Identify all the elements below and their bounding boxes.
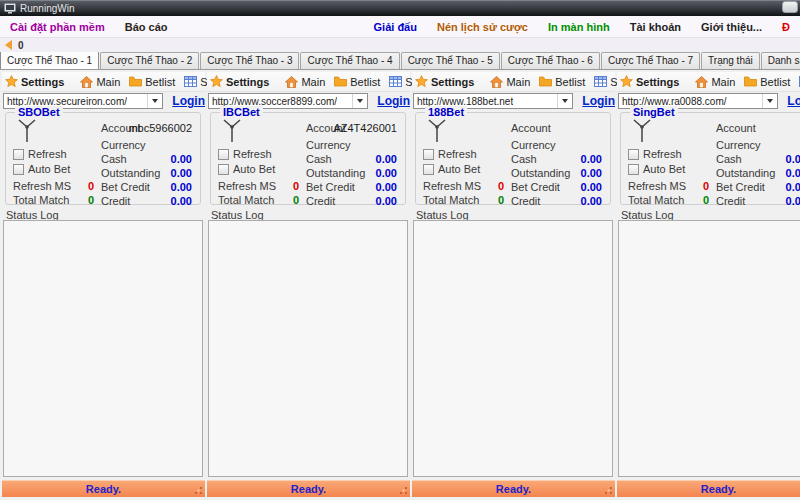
checkbox-icon [218, 164, 229, 175]
total-match-value: 0 [498, 194, 504, 206]
bet-credit-value: 0.00 [786, 181, 800, 193]
bet-credit-label: Bet Credit [511, 181, 560, 193]
url-combo-value: http://www.secureiron.com/ [4, 96, 127, 107]
antenna-icon [221, 118, 243, 144]
refresh-ms-value: 0 [293, 180, 299, 192]
refresh-ms-label: Refresh MS [628, 180, 686, 192]
login-link[interactable]: Login [787, 94, 800, 108]
subtab-main-label: Main [506, 76, 530, 88]
currency-label: Currency [306, 139, 351, 151]
total-match-label: Total Match [423, 194, 479, 206]
account-value: AZ4T426001 [333, 122, 397, 134]
tab-cuoc-the-thao-4[interactable]: Cược Thể Thao - 4 [300, 52, 399, 69]
subtab-main[interactable]: Main [692, 72, 738, 91]
left-arrow-icon[interactable] [5, 40, 12, 50]
subtab-settings[interactable]: Settings [2, 72, 67, 91]
tab-trang-thai[interactable]: Trạng thái [701, 52, 760, 69]
tab-cuoc-the-thao-5[interactable]: Cược Thể Thao - 5 [401, 52, 500, 69]
menu-item-giai-dau[interactable]: Giải đấu [364, 21, 427, 33]
login-link[interactable]: Login [172, 94, 205, 108]
status-log-box[interactable] [413, 220, 613, 477]
window-control-button[interactable] [782, 1, 798, 13]
subtab-statement[interactable]: Statement [796, 72, 800, 91]
tab-cuoc-the-thao-6[interactable]: Cược Thể Thao - 6 [501, 52, 600, 69]
refresh-checkbox[interactable]: Refresh [218, 148, 272, 160]
outstanding-label: Outstanding [101, 167, 160, 179]
resize-grip-icon[interactable] [194, 486, 203, 495]
menu-item-clipped[interactable]: Đ [772, 21, 800, 33]
chevron-down-icon [767, 99, 773, 103]
panel-subtabs: Settings Main Betlist Statement [2, 72, 205, 92]
panel-subtabs: Settings Main Betlist Statement [412, 72, 615, 92]
status-ready-text: Ready. [86, 483, 121, 495]
auto-bet-checkbox[interactable]: Auto Bet [628, 163, 685, 175]
resize-grip-icon[interactable] [604, 486, 613, 495]
subtab-betlist[interactable]: Betlist [536, 72, 588, 91]
menu-item-bao-cao[interactable]: Báo cáo [115, 21, 178, 33]
currency-label: Currency [101, 139, 146, 151]
title-bar: RunningWin [0, 0, 800, 16]
credit-label: Credit [511, 195, 540, 207]
menu-item-gioi-thieu[interactable]: Giới thiệu... [691, 21, 772, 33]
refresh-ms-value: 0 [703, 180, 709, 192]
subtab-main[interactable]: Main [282, 72, 328, 91]
url-combo-value: http://www.ra0088.com/ [619, 96, 727, 107]
status-log-box[interactable] [618, 220, 800, 477]
status-log-box[interactable] [3, 220, 203, 477]
refresh-checkbox[interactable]: Refresh [423, 148, 477, 160]
cash-value: 0.00 [581, 153, 602, 165]
combo-dropdown-button[interactable] [557, 94, 572, 108]
subtab-settings[interactable]: Settings [412, 72, 477, 91]
antenna-icon [631, 118, 653, 144]
nav-count: 0 [18, 40, 24, 51]
auto-bet-checkbox[interactable]: Auto Bet [13, 163, 70, 175]
tab-cuoc-the-thao-3[interactable]: Cược Thể Thao - 3 [200, 52, 299, 69]
login-link[interactable]: Login [582, 94, 615, 108]
credit-value: 0.00 [376, 195, 397, 207]
home-icon [285, 76, 298, 88]
menu-item-tai-khoan[interactable]: Tài khoản [620, 21, 691, 33]
subtab-settings-label: Settings [636, 76, 679, 88]
account-label: Account [716, 122, 756, 134]
menu-item-in-man-hinh[interactable]: In màn hình [538, 21, 620, 33]
cash-value: 0.00 [376, 153, 397, 165]
subtab-betlist-label: Betlist [555, 76, 585, 88]
subtab-betlist[interactable]: Betlist [126, 72, 178, 91]
url-combo-value: http://www.soccer8899.com/ [209, 96, 337, 107]
bet-panel-singbet: Settings Main Betlist Statement http://w… [617, 70, 800, 480]
login-link[interactable]: Login [377, 94, 410, 108]
subtab-main[interactable]: Main [487, 72, 533, 91]
tab-cuoc-the-thao-7[interactable]: Cược Thể Thao - 7 [601, 52, 700, 69]
tab-cuoc-the-thao-1[interactable]: Cược Thể Thao - 1 [0, 52, 99, 70]
menu-item-nen-lich-su-cuoc[interactable]: Nén lịch sử cược [427, 21, 538, 33]
combo-dropdown-button[interactable] [352, 94, 367, 108]
resize-grip-icon[interactable] [399, 486, 408, 495]
subtab-betlist[interactable]: Betlist [331, 72, 383, 91]
auto-bet-checkbox-label: Auto Bet [438, 163, 480, 175]
refresh-ms-label: Refresh MS [218, 180, 276, 192]
subtab-betlist[interactable]: Betlist [741, 72, 793, 91]
cash-label: Cash [511, 153, 537, 165]
auto-bet-checkbox[interactable]: Auto Bet [218, 163, 275, 175]
subtab-settings-label: Settings [21, 76, 64, 88]
menu-item-cai-dat-phan-mem[interactable]: Cài đặt phần mềm [0, 21, 115, 33]
combo-dropdown-button[interactable] [762, 94, 777, 108]
status-log-box[interactable] [208, 220, 408, 477]
status-bar: Ready. [207, 480, 410, 497]
account-groupbox: IBCBet Refresh Auto Bet Refresh MS 0 Tot… [210, 112, 406, 205]
refresh-checkbox[interactable]: Refresh [628, 148, 682, 160]
bet-panel-sbobet: Settings Main Betlist Statement http://w… [2, 70, 205, 480]
auto-bet-checkbox[interactable]: Auto Bet [423, 163, 480, 175]
tab-cuoc-the-thao-2[interactable]: Cược Thể Thao - 2 [100, 52, 199, 69]
subtab-settings[interactable]: Settings [617, 72, 682, 91]
panel-subtabs: Settings Main Betlist Statement [207, 72, 410, 92]
subtab-main[interactable]: Main [77, 72, 123, 91]
subtab-settings[interactable]: Settings [207, 72, 272, 91]
table-icon [594, 76, 607, 87]
tab-danh-sach-cuoc[interactable]: Danh sách cược [761, 52, 800, 69]
combo-dropdown-button[interactable] [147, 94, 162, 108]
refresh-checkbox[interactable]: Refresh [13, 148, 67, 160]
credit-value: 0.00 [581, 195, 602, 207]
site-name: SBOBet [15, 106, 63, 118]
application-window: { "window": { "title": "RunningWin" }, "… [0, 0, 800, 500]
